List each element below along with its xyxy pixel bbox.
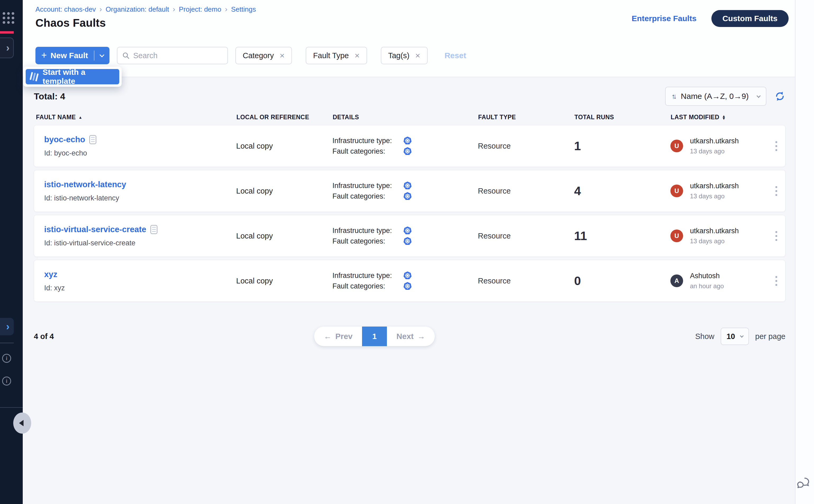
column-label: LOCAL OR REFERENCE [236,114,309,121]
pagination-summary: 4 of 4 [34,332,54,341]
column-fault-name[interactable]: FAULT NAME ▲ [36,114,236,121]
breadcrumb-settings[interactable]: Settings [231,5,256,13]
page-header: Account: chaos-dev › Organization: defau… [23,0,795,34]
kubernetes-icon [403,237,412,245]
sidebar-expand-button-top[interactable]: › [0,38,14,58]
sidebar-expand-button-bottom[interactable]: › [0,318,14,335]
fault-categories-label: Fault categories: [332,237,403,245]
details-cell: Infrastructure type: Fault categories: [332,269,478,292]
filter-chip-fault-type[interactable]: Fault Type × [306,47,367,64]
kebab-menu[interactable] [773,228,780,244]
infrastructure-type-label: Infrastructure type: [332,182,403,190]
column-local-or-reference: LOCAL OR REFERENCE [236,114,333,121]
fault-type-value: Resource [478,187,574,195]
template-library-icon [30,72,39,81]
enterprise-faults-link[interactable]: Enterprise Faults [632,14,697,23]
filter-chip-label: Category [243,51,274,60]
table-row[interactable]: byoc-echo Id: byoc-echo Local copy Infra… [34,125,785,167]
total-runs-value: 1 [574,139,670,153]
new-fault-label: New Fault [51,51,88,60]
modified-by: utkarsh.utkarsh [690,227,739,235]
fault-id: Id: byoc-echo [44,149,236,157]
chevron-right-icon: › [99,5,102,13]
sort-ascending-icon: ▲ [79,115,83,120]
fault-name-cell: istio-network-latency Id: istio-network-… [44,180,236,202]
kebab-menu[interactable] [773,184,780,199]
table-row[interactable]: istio-virtual-service-create Id: istio-v… [34,215,785,257]
modified-by: utkarsh.utkarsh [690,137,739,145]
document-icon[interactable] [150,225,157,234]
active-module-indicator [0,31,14,34]
button-divider [94,51,94,61]
fault-type-value: Resource [478,232,574,240]
start-with-template-item[interactable]: Start with a template [26,69,119,84]
fault-name-cell: byoc-echo Id: byoc-echo [44,135,236,157]
per-page-label: per page [755,332,786,341]
fault-name-link[interactable]: byoc-echo [44,135,85,144]
next-page-button[interactable]: Next → [387,327,435,346]
show-label: Show [695,332,715,341]
new-fault-dropdown: Start with a template [23,67,122,87]
app-grid-icon[interactable] [3,12,14,24]
new-fault-button[interactable]: + New Fault [35,47,109,64]
fault-name-link[interactable]: istio-virtual-service-create [44,225,146,234]
modified-time: 13 days ago [690,193,739,200]
pager: ← Prev 1 Next → [314,327,435,346]
column-label: DETAILS [333,114,359,121]
kebab-menu[interactable] [773,273,780,288]
info-icon[interactable]: i [2,377,11,386]
page-size-dropdown[interactable]: 10 [721,328,749,345]
header-right: Enterprise Faults Custom Faults [632,9,789,28]
table-row[interactable]: istio-network-latency Id: istio-network-… [34,170,785,212]
prev-page-button[interactable]: ← Prev [314,327,362,346]
chevron-right-icon: › [6,43,10,53]
next-label: Next [396,332,414,341]
chevron-down-icon[interactable] [99,52,104,57]
column-last-modified[interactable]: LAST MODIFIED ▲▼ [671,114,767,121]
triangle-left-icon [19,420,24,426]
local-or-reference-value: Local copy [236,142,332,150]
table-row[interactable]: xyz Id: xyz Local copy Infrastructure ty… [34,260,785,302]
breadcrumb-project[interactable]: Project: demo [179,5,221,13]
sort-both-icon: ▲▼ [722,115,726,120]
fault-type-value: Resource [478,142,574,150]
sidebar-resize-handle[interactable] [13,413,31,434]
close-icon[interactable]: × [280,51,285,60]
kebab-menu[interactable] [773,139,780,154]
sort-dropdown-value: Name (A→Z, 0→9) [681,92,749,101]
kubernetes-icon [403,181,412,190]
filter-chip-category[interactable]: Category × [235,47,292,64]
custom-faults-button[interactable]: Custom Faults [711,10,789,27]
fault-name-link[interactable]: xyz [44,270,57,279]
close-icon[interactable]: × [415,51,420,60]
search-input[interactable] [133,51,223,60]
kubernetes-icon [403,282,412,290]
sort-dropdown[interactable]: ↑↓ Name (A→Z, 0→9) [665,87,766,106]
help-chat-icon[interactable] [795,476,811,492]
page-title: Chaos Faults [35,17,256,29]
fault-id: Id: xyz [44,284,236,292]
info-icon[interactable]: i [2,354,11,363]
fault-name-link[interactable]: istio-network-latency [44,180,126,189]
chevron-right-icon: › [173,5,175,13]
breadcrumb-account[interactable]: Account: chaos-dev [35,5,96,13]
refresh-button[interactable] [774,91,785,102]
breadcrumb-organization[interactable]: Organization: default [106,5,169,13]
sort-controls: ↑↓ Name (A→Z, 0→9) [665,87,785,106]
page-number-active[interactable]: 1 [362,327,387,346]
column-total-runs: TOTAL RUNS [574,114,671,121]
document-icon[interactable] [89,135,96,144]
local-or-reference-value: Local copy [236,232,332,240]
header-left: Account: chaos-dev › Organization: defau… [35,5,256,34]
last-modified-cell: A Ashutoshan hour ago [670,272,767,290]
toolbar: + New Fault Category × Fault Type × [23,34,795,77]
filter-chip-tags[interactable]: Tag(s) × [381,47,428,64]
close-icon[interactable]: × [355,51,360,60]
kubernetes-icon [403,271,412,280]
sort-arrows-icon: ↑↓ [671,92,675,100]
content-area: Total: 4 ↑↓ Name (A→Z, 0→9) [23,77,795,504]
infrastructure-type-label: Infrastructure type: [332,137,403,145]
avatar: U [670,185,683,197]
chevron-right-icon: › [6,322,10,332]
reset-filters-link[interactable]: Reset [445,51,466,60]
